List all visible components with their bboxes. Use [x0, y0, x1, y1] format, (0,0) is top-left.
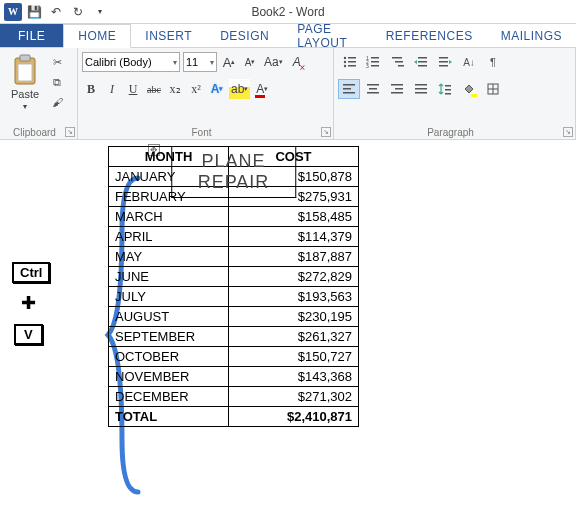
table-row[interactable]: MAY$187,887 — [109, 247, 359, 267]
tab-mailings[interactable]: MAILINGS — [487, 24, 576, 47]
justify-icon — [414, 82, 428, 96]
svg-rect-29 — [367, 92, 379, 94]
number-list-icon: 123 — [366, 55, 380, 69]
cost-cell: $193,563 — [229, 287, 359, 307]
multilevel-list-icon — [390, 55, 404, 69]
highlight-button[interactable]: ab▾ — [229, 79, 250, 99]
svg-point-5 — [344, 61, 346, 63]
svg-rect-20 — [418, 65, 427, 67]
title-bar: W 💾 ↶ ↻ ▾ Book2 - Word — [0, 0, 576, 24]
svg-rect-28 — [369, 88, 377, 90]
italic-button[interactable]: I — [103, 79, 121, 99]
group-label-clipboard: Clipboard — [0, 127, 69, 138]
bold-button[interactable]: B — [82, 79, 100, 99]
cost-cell: $143,368 — [229, 367, 359, 387]
increase-indent-button[interactable] — [434, 52, 456, 72]
grow-font-button[interactable]: A▴ — [220, 52, 238, 72]
align-right-button[interactable] — [386, 79, 408, 99]
bullet-list-icon — [342, 55, 356, 69]
clipboard-launcher-icon[interactable]: ↘ — [65, 127, 75, 137]
cost-cell: $230,195 — [229, 307, 359, 327]
font-color-button[interactable]: A▾ — [253, 79, 271, 99]
svg-rect-4 — [348, 57, 356, 59]
svg-rect-19 — [418, 61, 427, 63]
table-row[interactable]: OCTOBER$150,727 — [109, 347, 359, 367]
tab-page-layout[interactable]: PAGE LAYOUT — [283, 24, 371, 47]
month-cell: AUGUST — [109, 307, 229, 327]
plane-repair-table[interactable]: PLANE REPAIR MONTH COST JANUARY$150,878F… — [108, 146, 359, 427]
table-row[interactable]: NOVEMBER$143,368 — [109, 367, 359, 387]
ribbon-tabs: FILE HOME INSERT DESIGN PAGE LAYOUT REFE… — [0, 24, 576, 48]
document-area[interactable]: ✥ Ctrl ✚ V PLANE REPAIR MONTH COST JANUA… — [0, 140, 576, 518]
word-app-icon: W — [4, 3, 22, 21]
line-spacing-button[interactable] — [434, 79, 456, 99]
bullets-button[interactable] — [338, 52, 360, 72]
paste-label: Paste — [11, 88, 39, 100]
svg-rect-23 — [439, 65, 448, 67]
table-row[interactable]: AUGUST$230,195 — [109, 307, 359, 327]
borders-button[interactable] — [482, 79, 504, 99]
svg-rect-24 — [343, 84, 355, 86]
cost-cell: $272,829 — [229, 267, 359, 287]
svg-rect-36 — [445, 85, 451, 87]
svg-rect-10 — [371, 57, 379, 59]
multilevel-button[interactable] — [386, 52, 408, 72]
group-paragraph: 123 A↓ ¶ Paragraph ↘ — [334, 48, 576, 139]
sort-button[interactable]: A↓ — [458, 52, 480, 72]
cut-icon[interactable]: ✂ — [49, 54, 65, 70]
align-center-icon — [366, 82, 380, 96]
total-label: TOTAL — [109, 407, 229, 427]
chevron-down-icon: ▾ — [23, 102, 27, 111]
save-icon[interactable]: 💾 — [24, 2, 44, 22]
svg-rect-27 — [367, 84, 379, 86]
svg-rect-34 — [415, 88, 427, 90]
strike-button[interactable]: abc — [145, 79, 163, 99]
svg-rect-16 — [395, 61, 403, 63]
month-cell: DECEMBER — [109, 387, 229, 407]
font-size-value: 11 — [186, 56, 198, 68]
table-row[interactable]: DECEMBER$271,302 — [109, 387, 359, 407]
justify-button[interactable] — [410, 79, 432, 99]
subscript-button[interactable]: x₂ — [166, 79, 184, 99]
paragraph-launcher-icon[interactable]: ↘ — [563, 127, 573, 137]
change-case-button[interactable]: Aa▾ — [262, 52, 285, 72]
table-row[interactable]: SEPTEMBER$261,327 — [109, 327, 359, 347]
paste-button[interactable]: Paste ▾ — [4, 52, 46, 111]
qat-customize-icon[interactable]: ▾ — [90, 2, 110, 22]
tab-insert[interactable]: INSERT — [131, 24, 206, 47]
show-marks-button[interactable]: ¶ — [482, 52, 504, 72]
format-painter-icon[interactable]: 🖌 — [49, 94, 65, 110]
underline-button[interactable]: U — [124, 79, 142, 99]
cost-cell: $114,379 — [229, 227, 359, 247]
svg-rect-14 — [371, 65, 379, 67]
table-row[interactable]: JUNE$272,829 — [109, 267, 359, 287]
text-effects-button[interactable]: A▾ — [208, 79, 226, 99]
tab-home[interactable]: HOME — [63, 24, 131, 48]
shrink-font-button[interactable]: A▾ — [241, 52, 259, 72]
superscript-button[interactable]: x² — [187, 79, 205, 99]
decrease-indent-button[interactable] — [410, 52, 432, 72]
align-left-icon — [342, 82, 356, 96]
redo-icon[interactable]: ↻ — [68, 2, 88, 22]
svg-point-7 — [344, 65, 346, 67]
table-row[interactable]: JULY$193,563 — [109, 287, 359, 307]
tab-design[interactable]: DESIGN — [206, 24, 283, 47]
align-left-button[interactable] — [338, 79, 360, 99]
tab-references[interactable]: REFERENCES — [372, 24, 487, 47]
indent-icon — [438, 55, 452, 69]
table-row[interactable]: MARCH$158,485 — [109, 207, 359, 227]
svg-text:3: 3 — [366, 63, 369, 69]
font-size-combo[interactable]: 11▾ — [183, 52, 217, 72]
numbering-button[interactable]: 123 — [362, 52, 384, 72]
month-cell: MARCH — [109, 207, 229, 227]
clear-formatting-button[interactable]: A⨯ — [288, 52, 306, 72]
align-center-button[interactable] — [362, 79, 384, 99]
tab-file[interactable]: FILE — [0, 24, 63, 47]
copy-icon[interactable]: ⧉ — [49, 74, 65, 90]
undo-icon[interactable]: ↶ — [46, 2, 66, 22]
font-name-combo[interactable]: Calibri (Body)▾ — [82, 52, 180, 72]
cost-cell: $187,887 — [229, 247, 359, 267]
shading-button[interactable] — [458, 79, 480, 99]
font-launcher-icon[interactable]: ↘ — [321, 127, 331, 137]
table-row[interactable]: APRIL$114,379 — [109, 227, 359, 247]
